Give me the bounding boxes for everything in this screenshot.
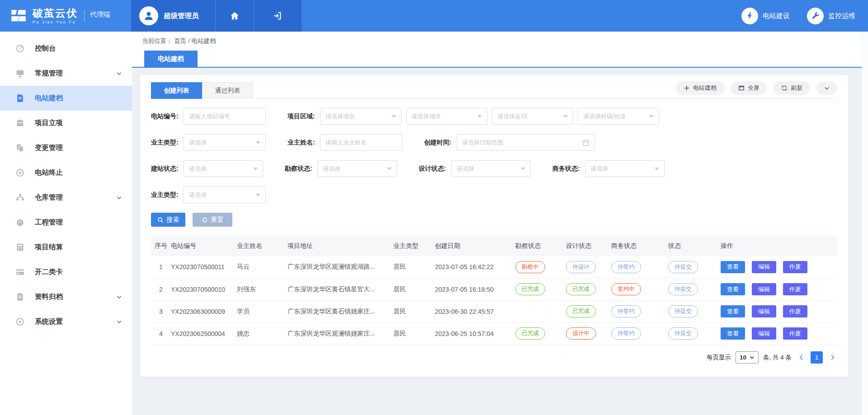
cell-address: 广东深圳龙华区观澜镇姚家庄...: [288, 322, 393, 345]
build-status-select[interactable]: 请选择: [184, 160, 263, 177]
sidebar-item-label: 常规管理: [35, 69, 63, 78]
void-button[interactable]: 作废: [783, 283, 807, 295]
reset-icon: [202, 217, 208, 223]
user-name: 超级管理员: [164, 11, 199, 21]
sidebar-item-general-mgmt[interactable]: 常规管理: [0, 61, 132, 86]
edit-button[interactable]: 编辑: [752, 283, 776, 295]
city-select[interactable]: 请选择城市: [406, 108, 487, 125]
sidebar-item-label: 项目结算: [35, 242, 63, 252]
filter-region: 项目区域: 请选择省份 请选择城市 请选择县/区: [288, 108, 659, 125]
caret-down-icon: [392, 115, 396, 118]
status-badge: 待提交: [668, 327, 698, 340]
per-page-label: 每页显示: [707, 354, 731, 362]
cell-code: YX2023062500004: [171, 322, 237, 345]
prev-page-button[interactable]: [796, 353, 806, 363]
province-select[interactable]: 请选择省份: [320, 108, 401, 125]
logout-button[interactable]: [254, 0, 302, 32]
cell-created: 2023-07-05 16:18:50: [435, 278, 515, 300]
void-button[interactable]: 作废: [783, 327, 807, 340]
owner-type2-select[interactable]: 请选择: [184, 187, 266, 203]
col-created: 创建日期: [435, 236, 515, 256]
county-select[interactable]: 请选择县/区: [492, 108, 573, 125]
status-badge: 勘察中: [515, 261, 545, 273]
cell-no: 3: [151, 300, 171, 322]
sidebar-item-label: 系统设置: [35, 317, 63, 326]
design-status-select[interactable]: 请选择: [451, 160, 531, 177]
cell-created: 2023-07-05 16:42:22: [435, 256, 515, 278]
business-status-label: 商务状态:: [552, 165, 585, 173]
header-quick-links: 电站建设 监控运维: [741, 0, 868, 32]
cell-business-status: 待签约: [611, 322, 668, 345]
sidebar-item-engineering[interactable]: 工程管理: [0, 210, 132, 235]
brand-divider: [84, 10, 85, 22]
void-button[interactable]: 作废: [783, 261, 807, 273]
home-button[interactable]: [215, 0, 254, 32]
sidebar-item-card-type2[interactable]: 开二类卡: [0, 260, 132, 284]
sidebar-item-station-terminate[interactable]: 电站终止: [0, 160, 132, 185]
sidebar-item-change-mgmt[interactable]: 变更管理: [0, 135, 132, 160]
copy-icon: [15, 143, 25, 153]
tab-passed-list[interactable]: 通过列表: [202, 82, 253, 99]
monitor-icon: [15, 69, 25, 78]
col-design: 设计状态: [566, 236, 611, 256]
sidebar-item-project-init[interactable]: 项目立项: [0, 111, 132, 135]
add-station-label: 电站建档: [693, 84, 717, 92]
status-badge: 已完成: [515, 283, 545, 295]
cell-design-status: 待设计: [566, 256, 611, 278]
user-menu[interactable]: 超级管理员: [131, 0, 215, 32]
edit-button[interactable]: 编辑: [752, 305, 776, 317]
fullscreen-button[interactable]: 全屏: [731, 81, 767, 95]
scrollbar-track[interactable]: [862, 32, 868, 415]
page-tab-station-archive[interactable]: 电站建档: [144, 51, 198, 67]
search-icon: [157, 217, 164, 223]
nav-station-build[interactable]: 电站建设: [741, 8, 790, 24]
collapse-toolbar-button[interactable]: [816, 81, 837, 95]
edit-button[interactable]: 编辑: [752, 261, 776, 273]
tab-create-list[interactable]: 创建列表: [151, 82, 202, 99]
survey-status-select[interactable]: 请选择: [317, 160, 397, 177]
view-button[interactable]: 查看: [721, 327, 745, 340]
business-status-select[interactable]: 请选择: [585, 160, 665, 177]
card-toolbar: 创建列表 通过列表 电站建档 全屏: [151, 75, 837, 99]
nav-monitor-ops[interactable]: 监控运维: [807, 8, 855, 24]
sidebar-item-system-settings[interactable]: 系统设置: [0, 309, 132, 334]
view-button[interactable]: 查看: [721, 261, 745, 273]
cell-no: 1: [151, 256, 171, 278]
per-page-select[interactable]: 10: [736, 351, 759, 364]
town-select[interactable]: 请选择村镇/街道: [578, 108, 659, 125]
view-button[interactable]: 查看: [721, 283, 745, 295]
top-header: 破茧云伏 Po Jian Yun Fu 代理端 超级管理员: [0, 0, 868, 32]
filter-station-code: 电站编号:: [151, 108, 266, 125]
status-badge: 待提交: [668, 283, 698, 295]
owner-type-select[interactable]: 请选择: [184, 134, 266, 151]
next-page-button[interactable]: [827, 353, 837, 363]
filter-owner-type-2: 业主类型: 请选择: [151, 187, 266, 203]
page-number-1[interactable]: 1: [811, 351, 823, 364]
edit-button[interactable]: 编辑: [752, 327, 776, 340]
caret-down-icon: [655, 168, 659, 170]
design-status-label: 设计状态:: [419, 165, 451, 173]
owner-name-input[interactable]: [320, 134, 402, 151]
date-range-input[interactable]: 请选择日期范围: [457, 134, 595, 151]
wrench-icon: [807, 8, 824, 24]
add-station-button[interactable]: 电站建档: [676, 81, 724, 95]
search-button[interactable]: 搜索: [151, 213, 185, 227]
cell-code: YX2023070500010: [171, 278, 237, 300]
void-button[interactable]: 作废: [783, 305, 807, 317]
sidebar-item-warehouse[interactable]: 仓库管理: [0, 185, 132, 210]
cell-no: 4: [151, 322, 171, 345]
cell-business-status: 签约中: [611, 278, 668, 300]
sidebar-item-data-archive[interactable]: 资料归档: [0, 284, 132, 309]
sidebar-item-settlement[interactable]: 项目结算: [0, 235, 132, 260]
reset-button[interactable]: 重置: [193, 213, 232, 227]
sidebar-item-console[interactable]: 控制台: [0, 36, 132, 61]
chevron-right-icon: [829, 354, 836, 361]
brand-text: 破茧云伏 Po Jian Yun Fu: [33, 8, 78, 24]
station-code-input[interactable]: [184, 108, 266, 125]
sidebar-item-station-archive[interactable]: 电站建档: [0, 86, 132, 111]
view-button[interactable]: 查看: [721, 305, 745, 317]
refresh-button[interactable]: 刷新: [774, 81, 810, 95]
table-row: 3 YX2023063000009 学员 广东深圳龙华区黄石镇姚家庄... 居民…: [151, 300, 837, 322]
sidebar-item-label: 电站建档: [35, 93, 63, 103]
status-badge: 已完成: [515, 327, 545, 340]
